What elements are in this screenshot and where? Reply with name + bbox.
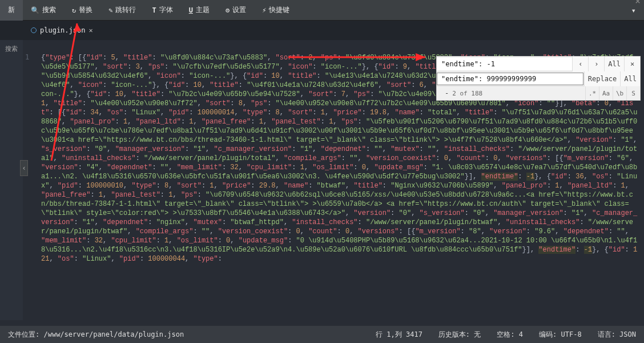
- font-label: 字体: [159, 5, 173, 15]
- replace-icon: ↻: [72, 6, 76, 14]
- goto-button[interactable]: ✎ 跳转行: [100, 0, 144, 21]
- gear-icon: ⚙: [226, 6, 230, 14]
- bolt-icon: ⚡: [262, 6, 266, 14]
- editor-tab[interactable]: plugin.json ✕: [23, 21, 101, 40]
- theme-icon: U: [189, 6, 193, 14]
- lang-label: 语言:: [598, 330, 615, 338]
- replace-all-button[interactable]: All: [620, 71, 640, 86]
- goto-icon: ✎: [108, 6, 112, 14]
- collapse-search-icon[interactable]: -: [441, 86, 452, 101]
- history-label: 历史版本:: [438, 330, 470, 338]
- theme-button[interactable]: U 主题: [181, 0, 218, 21]
- rowcol-value: 1,列 3417: [387, 330, 422, 338]
- find-all-button[interactable]: All: [604, 57, 624, 71]
- theme-label: 主题: [196, 5, 210, 15]
- case-toggle[interactable]: Aa: [599, 86, 613, 100]
- close-tab-icon[interactable]: ✕: [88, 26, 92, 34]
- side-search-button[interactable]: 搜索: [3, 40, 20, 58]
- search-label: 搜索: [42, 5, 56, 15]
- goto-label: 跳转行: [115, 5, 136, 15]
- space-value: 4: [519, 330, 523, 338]
- path-value: /www/server/panel/data/plugin.json: [43, 330, 184, 338]
- in-selection-toggle[interactable]: S: [626, 86, 640, 100]
- chevron-down-icon[interactable]: ▾: [631, 6, 636, 15]
- history-value: 无: [474, 330, 481, 338]
- line-number: 1: [25, 53, 29, 61]
- window-close-icon[interactable]: ×: [635, 0, 641, 6]
- encoding-label: 编码:: [539, 330, 557, 338]
- tab-filename: plugin.json: [40, 26, 85, 34]
- close-icon[interactable]: ×: [624, 57, 640, 71]
- replace-one-button[interactable]: Replace: [584, 71, 621, 86]
- tab-bar: plugin.json ✕: [0, 21, 644, 40]
- replace-label: 替换: [79, 5, 92, 15]
- lang-value: JSON: [619, 330, 636, 338]
- status-bar: 文件位置: /www/server/panel/data/plugin.json…: [0, 326, 644, 343]
- settings-button[interactable]: ⚙ 设置: [218, 0, 254, 21]
- left-sidebar: 搜索: [0, 40, 23, 320]
- font-button[interactable]: T 字体: [144, 0, 180, 21]
- new-label: 新: [8, 5, 15, 15]
- wholeword-toggle[interactable]: \b: [613, 86, 626, 100]
- path-label: 文件位置:: [8, 330, 39, 338]
- replace-input[interactable]: [437, 73, 584, 85]
- match-count: 2 of 188: [452, 90, 482, 97]
- encoding-value: UTF-8: [561, 330, 582, 338]
- space-label: 空格:: [497, 330, 514, 338]
- find-prev-button[interactable]: ‹: [572, 57, 588, 71]
- new-button[interactable]: 新: [0, 0, 23, 21]
- regex-toggle[interactable]: .*: [585, 86, 599, 100]
- shortcuts-label: 快捷键: [269, 5, 289, 15]
- find-input[interactable]: [437, 58, 572, 70]
- toolbar: 新 🔍 搜索 ↻ 替换 ✎ 跳转行 T 字体 U 主题 ⚙ 设置 ⚡ 快捷键 ▾: [0, 0, 644, 21]
- search-icon: 🔍: [31, 6, 39, 14]
- file-icon: [31, 27, 37, 33]
- find-replace-panel: ‹ › All × Replace All - 2 of 188 .* Aa \…: [436, 56, 641, 101]
- search-button[interactable]: 🔍 搜索: [23, 0, 64, 21]
- rowcol-label: 行: [376, 330, 383, 338]
- replace-button[interactable]: ↻ 替换: [64, 0, 100, 21]
- shortcuts-button[interactable]: ⚡ 快捷键: [254, 0, 297, 21]
- font-icon: T: [152, 6, 156, 14]
- find-next-button[interactable]: ›: [588, 57, 604, 71]
- settings-label: 设置: [232, 5, 246, 15]
- sidebar-collapse-handle[interactable]: ‹: [20, 160, 28, 176]
